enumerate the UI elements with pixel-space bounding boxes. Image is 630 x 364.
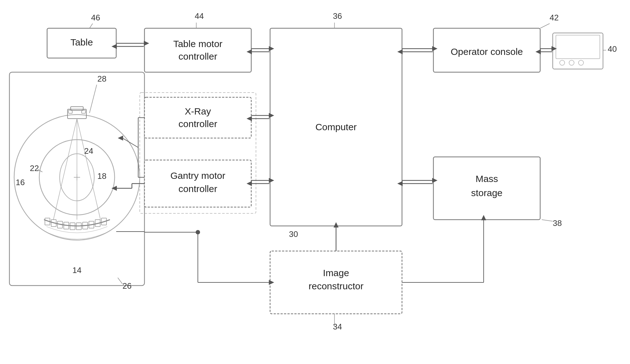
svg-point-94 <box>196 230 200 234</box>
ref-30: 30 <box>289 229 298 239</box>
image-recon-label2: reconstructor <box>308 281 363 291</box>
ref-44: 44 <box>195 11 204 21</box>
table-motor-label2: controller <box>178 51 217 62</box>
computer-label: Computer <box>315 122 357 132</box>
table-label: Table <box>70 37 93 47</box>
svg-rect-31 <box>144 97 251 138</box>
ref-36: 36 <box>333 11 342 21</box>
gantry-ctrl-label: Gantry motor <box>170 170 225 181</box>
svg-rect-29 <box>144 28 251 72</box>
ref-42: 42 <box>550 13 559 22</box>
ref-14: 14 <box>73 265 82 275</box>
ref-40: 40 <box>608 44 617 54</box>
image-recon-label: Image <box>323 268 349 278</box>
xray-ctrl-label: X-Ray <box>185 106 211 116</box>
operator-console-label: Operator console <box>451 46 523 57</box>
mass-storage-label2: storage <box>471 188 502 198</box>
ref-46: 46 <box>91 13 100 22</box>
ref-24: 24 <box>84 146 93 156</box>
table-motor-label: Table motor <box>173 39 223 49</box>
ref-16: 16 <box>16 178 25 187</box>
svg-rect-38 <box>553 33 603 69</box>
ref-22: 22 <box>30 163 39 173</box>
xray-ctrl-label2: controller <box>178 119 217 129</box>
ref-28: 28 <box>97 74 106 83</box>
ref-18: 18 <box>97 171 106 181</box>
ref-38: 38 <box>553 218 562 228</box>
mass-storage-label: Mass <box>475 174 498 184</box>
ref-26: 26 <box>122 281 132 291</box>
diagram-container: 16 14 22 24 18 28 26 Table 46 Table moto… <box>0 0 630 364</box>
gantry-ctrl-label2: controller <box>178 184 217 194</box>
